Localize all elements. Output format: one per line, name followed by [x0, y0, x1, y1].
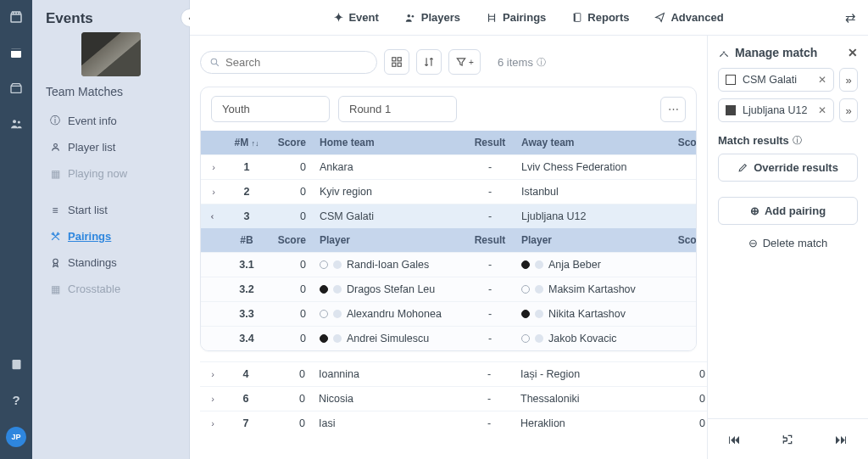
add-pairing-button[interactable]: ⊕ Add pairing	[718, 197, 858, 225]
last-button[interactable]: ⏭	[835, 432, 848, 446]
flag-icon	[535, 285, 543, 294]
header-reports[interactable]: Reports	[571, 11, 629, 24]
swords-icon	[49, 231, 61, 243]
white-dot-icon	[320, 310, 328, 318]
board-row[interactable]: 3.10 Randi-Ioan Gales - Anja Beber 00	[201, 253, 697, 277]
match-row[interactable]: ⌄ 3 0 CSM Galati - Ljubljana U12 0 0	[201, 204, 697, 229]
reports-icon	[571, 12, 582, 23]
board-row[interactable]: 3.30 Alexandru Mohonea - Nikita Kartasho…	[201, 302, 697, 327]
match-results-label: Match resultsⓘ	[708, 129, 868, 147]
white-dot-icon	[320, 260, 328, 269]
info-icon: ⓘ	[537, 56, 546, 69]
svg-point-10	[411, 14, 414, 17]
search-box[interactable]	[200, 51, 377, 74]
expand-icon[interactable]: ⌄	[209, 213, 220, 221]
delete-match-button[interactable]: ⊖ Delete match	[718, 237, 858, 249]
col-m[interactable]: #M ↑↓	[226, 131, 267, 155]
svg-rect-15	[398, 58, 401, 61]
board-row[interactable]: 3.20 Dragos Stefan Leu - Maksim Kartasho…	[201, 277, 697, 302]
expand-icon[interactable]: ›	[211, 369, 214, 379]
event-thumbnail[interactable]	[81, 32, 141, 76]
manage-match-panel: Manage match ✕ CSM Galati ✕ » Ljubljana …	[707, 36, 868, 459]
svg-point-7	[53, 143, 57, 147]
medal-icon	[49, 257, 61, 269]
rail-logo-icon[interactable]	[8, 8, 25, 25]
bracket-icon[interactable]	[781, 433, 794, 446]
nav-start-list[interactable]: ≡Start list	[46, 198, 175, 222]
panel-title: Manage match	[735, 46, 817, 59]
section-select[interactable]: Youth	[211, 96, 330, 122]
col-home[interactable]: Home team	[313, 131, 465, 155]
board-row[interactable]: 3.40 Andrei Simulescu - Jakob Kovacic 00	[201, 327, 697, 351]
rail-players-icon[interactable]	[8, 115, 25, 132]
table-icon: ▦	[49, 283, 61, 295]
col-away[interactable]: Away team	[515, 131, 667, 155]
header-pairings[interactable]: Pairings	[486, 11, 546, 24]
remove-home-icon[interactable]: ✕	[818, 74, 826, 86]
col-score-away[interactable]: Score	[667, 131, 697, 155]
col-bscore: Score	[267, 228, 313, 253]
override-results-button[interactable]: Override results	[718, 154, 858, 182]
svg-rect-17	[398, 63, 401, 66]
pairings-icon	[486, 12, 498, 24]
header-advanced[interactable]: Advanced	[654, 11, 723, 24]
home-team-next-button[interactable]: »	[839, 68, 858, 92]
col-score-home[interactable]: Score	[267, 131, 313, 155]
nav-rail: ? JP	[0, 0, 32, 459]
match-row[interactable]: › 4 0 Ioannina - Iași - Region 0 0	[200, 362, 707, 387]
items-count: 6 itemsⓘ	[498, 56, 546, 69]
expand-icon[interactable]: ›	[211, 394, 214, 404]
sidebar: ‹ Events Team Matches ⓘEvent info Player…	[32, 0, 190, 459]
expand-icon[interactable]: ›	[212, 187, 215, 197]
panel-footer-nav: ⏮ ⏭	[708, 418, 868, 459]
rail-calendar-icon[interactable]	[8, 44, 25, 61]
remove-away-icon[interactable]: ✕	[818, 104, 826, 116]
match-row[interactable]: › 2 0 Kyiv region - Istanbul 0 0	[201, 180, 697, 204]
svg-point-4	[13, 120, 16, 123]
first-button[interactable]: ⏮	[728, 432, 741, 446]
nav-playing-now[interactable]: ▦Playing now	[46, 161, 175, 186]
svg-rect-0	[11, 14, 21, 22]
flag-icon	[333, 310, 342, 318]
rail-archive-icon[interactable]	[8, 80, 25, 97]
view-grid-button[interactable]	[384, 49, 409, 75]
card-menu-button[interactable]: ⋯	[660, 97, 686, 122]
expand-icon[interactable]: ›	[212, 162, 215, 172]
rail-avatar[interactable]: JP	[6, 427, 26, 447]
svg-rect-14	[392, 58, 396, 61]
black-dot-icon	[521, 310, 530, 318]
col-bresult: Result	[465, 228, 515, 253]
header-event[interactable]: ✦Event	[334, 11, 378, 24]
expand-icon[interactable]: ›	[211, 418, 214, 428]
away-team-chip[interactable]: Ljubljana U12 ✕	[718, 98, 834, 122]
nav-player-list[interactable]: Player list	[46, 135, 175, 160]
nav-standings[interactable]: Standings	[46, 250, 175, 275]
nav-pairings[interactable]: Pairings	[46, 224, 175, 249]
nav-event-info[interactable]: ⓘEvent info	[46, 109, 175, 133]
header-players[interactable]: Players	[404, 11, 460, 24]
home-team-chip[interactable]: CSM Galati ✕	[718, 68, 834, 92]
match-row[interactable]: › 7 0 Iasi - Heraklion 0 0	[200, 411, 707, 436]
svg-rect-12	[576, 14, 581, 22]
send-icon	[654, 12, 665, 23]
header-swap-icon[interactable]: ⇄	[845, 10, 856, 25]
filter-button[interactable]: +	[448, 49, 481, 75]
white-dot-icon	[521, 334, 530, 343]
sort-button[interactable]	[416, 49, 442, 75]
search-input[interactable]	[225, 56, 368, 69]
match-row[interactable]: › 1 0 Ankara - Lviv Chess Federation 0 0	[201, 155, 697, 180]
nav-crosstable[interactable]: ▦Crosstable	[46, 277, 175, 301]
flag-icon	[535, 260, 543, 269]
match-row[interactable]: › 6 0 Nicosia - Thessaloniki 0 0	[200, 387, 707, 411]
panel-close-button[interactable]: ✕	[848, 46, 858, 59]
round-select[interactable]: Round 1	[338, 96, 457, 122]
sidebar-nav: ⓘEvent info Player list ▦Playing now ≡St…	[46, 109, 175, 301]
col-result[interactable]: Result	[465, 131, 515, 155]
flag-icon	[333, 334, 342, 343]
away-team-next-button[interactable]: »	[839, 98, 858, 122]
flag-icon	[333, 285, 342, 294]
svg-point-9	[407, 14, 410, 17]
rail-notes-icon[interactable]	[8, 355, 25, 372]
black-dot-icon	[320, 285, 328, 294]
rail-help-icon[interactable]: ?	[8, 391, 25, 408]
